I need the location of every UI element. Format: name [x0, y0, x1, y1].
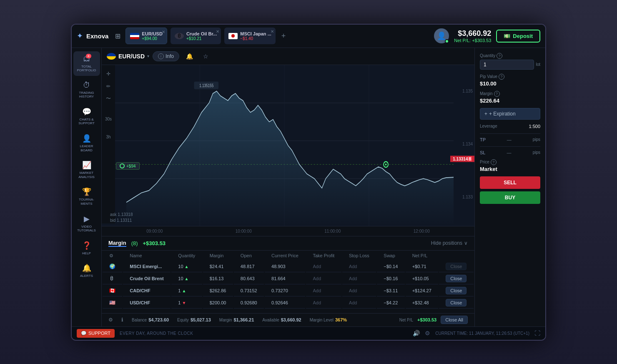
top-bar: ✦ Exnova ⊞ ✕ EUR/USD +$94.00 ✕ 🛢 Crude O…	[72, 25, 545, 48]
online-indicator	[445, 39, 449, 43]
sidebar-label-video-tutorials: VIDEOTUTORIALS	[77, 225, 96, 233]
crosshair-tool[interactable]: ✛	[103, 68, 114, 79]
row-name: Crude Oil Brent	[123, 273, 171, 284]
col-pnl: Net P/L	[406, 251, 439, 260]
row-qty: 1 ▼	[171, 297, 202, 309]
bell-button[interactable]: 🔔	[183, 51, 196, 61]
row-sl[interactable]: Add	[342, 285, 376, 296]
col-name: Name	[123, 251, 171, 260]
crude-icon: 🛢	[175, 33, 184, 39]
star-button[interactable]: ☆	[200, 51, 212, 61]
margin-level-value: 367%	[335, 317, 347, 322]
sidebar-item-portfolio[interactable]: 🗂 8 TOTALPORTFOLIO	[73, 51, 100, 76]
tab-close-crude[interactable]: ✕	[216, 29, 219, 34]
close-all-button[interactable]: Close All	[441, 316, 468, 324]
row-sl[interactable]: Add	[342, 297, 376, 309]
sidebar-item-trading-history[interactable]: ⏱ TRADINGHISTORY	[73, 78, 100, 102]
tab-crude[interactable]: ✕ 🛢 Crude Oil Br... +$10.21	[171, 28, 221, 44]
equity-label: Equity	[177, 318, 189, 322]
tab-msci[interactable]: ✕ MSCI Japan ... −$1.40	[224, 28, 276, 44]
row-open: 0.73152	[234, 285, 264, 296]
quantity-info-icon: ?	[497, 53, 502, 59]
laptop-frame: ✦ Exnova ⊞ ✕ EUR/USD +$94.00 ✕ 🛢 Crude O…	[0, 0, 617, 364]
row-action[interactable]: Close	[439, 297, 474, 309]
deposit-button[interactable]: 💵 Deposit	[496, 30, 540, 43]
table-row: 🛢 Crude Oil Brent 10 ▲ $16.13 80.643 81.…	[103, 273, 474, 284]
fullscreen-icon[interactable]: ⛶	[534, 330, 540, 336]
pip-info-icon: ?	[499, 74, 504, 80]
sidebar-item-chats[interactable]: 💬 CHATS &SUPPORT	[73, 104, 100, 129]
tab-msci-info: MSCI Japan ... −$1.40	[240, 31, 271, 41]
avatar-wrap[interactable]: 👤	[434, 28, 449, 43]
asset-selector[interactable]: EUR/USD ▾	[107, 53, 149, 60]
settings-icon[interactable]: ⚙	[108, 317, 113, 323]
grid-icon[interactable]: ⊞	[115, 32, 120, 40]
hide-positions-button[interactable]: Hide positions ∨	[431, 240, 468, 246]
price-label-rp: Price ?	[480, 159, 540, 165]
quantity-section: Quantity ? lot	[480, 53, 540, 70]
quantity-input[interactable]	[480, 60, 534, 70]
margin-label: Margin	[219, 318, 232, 322]
buy-button[interactable]: BUY	[480, 191, 540, 204]
sidebar: 🗂 8 TOTALPORTFOLIO ⏱ TRADINGHISTORY 💬 CH…	[72, 48, 102, 326]
margin-tab[interactable]: Margin	[108, 240, 126, 247]
row-name: CAD/CHF	[123, 285, 171, 296]
close-button-3[interactable]: Close	[446, 287, 467, 294]
available-label: Available	[262, 318, 279, 322]
sidebar-item-help[interactable]: ❓ HELP	[73, 238, 100, 259]
info-icon-balance[interactable]: ℹ	[121, 317, 123, 323]
volume-icon[interactable]: 🔊	[413, 330, 420, 336]
expiration-plus: +	[484, 111, 487, 117]
sidebar-item-video-tutorials[interactable]: ▶ VIDEOTUTORIALS	[73, 211, 100, 236]
row-pnl: +$32.48	[406, 297, 439, 309]
close-button-2[interactable]: Close	[446, 275, 467, 282]
table-header-row: ⚙ Name Quantity Margin Open Current Pric…	[103, 251, 474, 260]
row-swap: −$0.14	[377, 261, 404, 272]
sidebar-item-alerts[interactable]: 🔔 ALERTS	[73, 260, 100, 281]
sidebar-item-leaderboard[interactable]: 👤 LEADERBOARD	[73, 131, 100, 156]
close-button-4[interactable]: Close	[446, 299, 467, 306]
current-time: CURRENT TIME: 11 JANUARY, 11:26:53 (UTC+…	[435, 331, 529, 336]
row-tp[interactable]: Add	[306, 285, 341, 296]
col-tp: Take Profit	[306, 251, 341, 260]
tournaments-icon: 🏆	[82, 187, 91, 196]
col-action	[439, 251, 474, 260]
draw-tool[interactable]: ✏	[103, 81, 114, 92]
tab-close-eurusd[interactable]: ✕	[162, 30, 165, 34]
add-tab-button[interactable]: +	[279, 32, 288, 40]
ask-bid-labels: ask 1.13318 bid 1.13311	[110, 212, 133, 223]
tab-eurusd[interactable]: ✕ EUR/USD +$94.00	[125, 28, 167, 44]
row-tp[interactable]: Add	[306, 273, 341, 284]
sl-row: SL — pips	[480, 146, 540, 155]
row-icon: 🇨🇦	[103, 285, 122, 296]
sell-button[interactable]: SELL	[480, 176, 540, 189]
logo-text: Exnova	[86, 33, 108, 40]
info-button[interactable]: i Info	[153, 51, 179, 61]
row-tp[interactable]: Add	[306, 261, 341, 272]
hide-positions-chevron: ∨	[464, 240, 468, 246]
row-sl[interactable]: Add	[342, 273, 376, 284]
positions-pnl: +$303.53	[143, 240, 166, 246]
time-labels: 09:00:00 10:00:00 11:00:00 12:00:00	[110, 229, 466, 233]
sidebar-label-help: HELP	[82, 251, 91, 256]
sl-dash: —	[507, 150, 512, 155]
chart-toolbar: EUR/USD ▾ i Info 🔔 ☆	[102, 48, 474, 65]
sidebar-item-market-analysis[interactable]: 📈 MARKETANALYSIS	[73, 157, 100, 182]
row-tp[interactable]: Add	[306, 297, 341, 309]
row-action[interactable]: Close	[439, 273, 474, 284]
interval-button[interactable]: 30s	[103, 116, 113, 122]
buy-sell-area: SELL BUY	[480, 176, 540, 204]
period-button[interactable]: 3h	[104, 134, 112, 140]
expiration-button[interactable]: + + Expiration	[480, 108, 540, 120]
row-action[interactable]: Close	[439, 285, 474, 296]
tab-close-msci[interactable]: ✕	[271, 29, 274, 34]
content-area: EUR/USD ▾ i Info 🔔 ☆	[102, 48, 474, 326]
sidebar-item-tournaments[interactable]: 🏆 TOURNA-MENTS	[73, 184, 100, 209]
row-icon: 🛢	[103, 273, 122, 284]
support-button[interactable]: 💬 SUPPORT	[77, 329, 115, 338]
row-sl[interactable]: Add	[342, 261, 376, 272]
settings-icon-status[interactable]: ⚙	[425, 330, 430, 336]
row-open: 0.92680	[234, 297, 264, 309]
chart-left-tools: ✛ ✏ 〜 30s 3h	[102, 65, 115, 223]
wave-tool[interactable]: 〜	[103, 93, 114, 104]
